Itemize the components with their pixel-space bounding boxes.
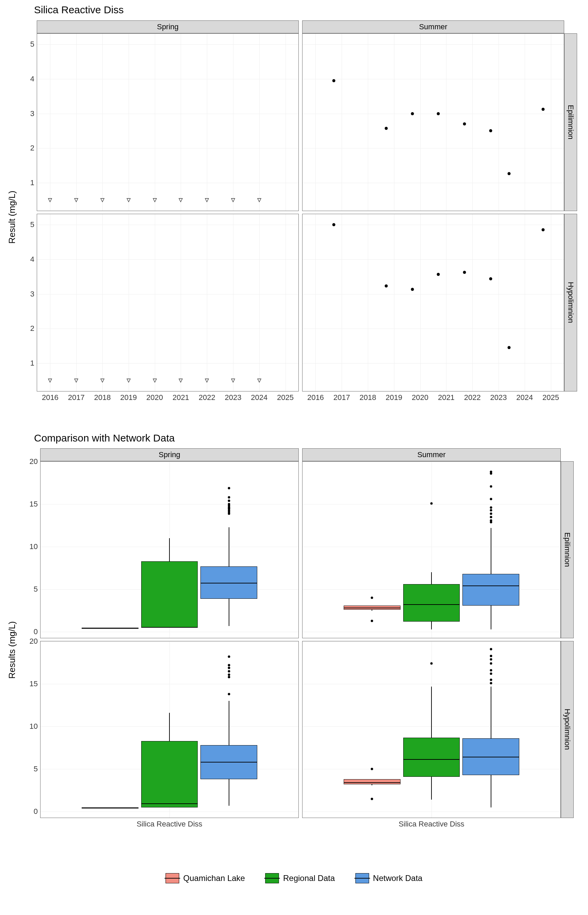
nondetect-marker-icon: [153, 198, 157, 202]
x-tick-label: 2019: [120, 393, 137, 402]
y-axis-label: Results (mg/L): [7, 621, 17, 679]
boxplot-box: [141, 741, 198, 807]
chart-title: Comparison with Network Data: [34, 432, 174, 444]
nondetect-marker-icon: [74, 198, 78, 202]
x-tick-label: 2019: [386, 393, 402, 402]
x-tick-label: 2022: [464, 393, 481, 402]
col-facet-spring-strip: Spring: [40, 448, 299, 461]
outlier-point: [228, 503, 230, 506]
outlier-point: [371, 619, 373, 622]
outlier-point: [489, 682, 492, 684]
y-tick-label: 20: [30, 637, 38, 646]
y-tick-label: 5: [30, 220, 34, 229]
data-point: [541, 108, 544, 111]
outlier-point: [228, 500, 230, 502]
row-facet-epilimnion-strip: Epilimnion: [561, 461, 574, 638]
nondetect-marker-icon: [100, 198, 105, 202]
boxplot-box: [462, 738, 519, 775]
legend-swatch: [355, 873, 369, 883]
legend-swatch: [265, 873, 279, 883]
y-tick-label: 15: [30, 500, 38, 509]
data-point: [384, 127, 388, 130]
x-category-label: Silica Reactive Diss: [399, 820, 464, 829]
x-tick-label: 2021: [438, 393, 455, 402]
outlier-point: [489, 498, 492, 500]
x-tick-label: 2016: [307, 393, 324, 402]
y-tick-label: 1: [30, 359, 34, 368]
data-point: [463, 271, 466, 274]
data-point: [411, 112, 414, 115]
outlier-point: [489, 485, 492, 487]
y-tick-label: 2: [30, 324, 34, 333]
nondetect-marker-icon: [231, 198, 235, 202]
legend-item: Network Data: [355, 873, 422, 883]
outlier-point: [489, 669, 492, 672]
row-facet-hypolimnion-strip: Hypolimnion: [561, 641, 574, 818]
y-tick-label: 2: [30, 144, 34, 152]
boxplot-box: [141, 561, 198, 628]
legend-swatch: [166, 873, 179, 883]
panel-summer-epilimnion: [302, 461, 561, 638]
svg-marker-2: [101, 199, 104, 202]
y-tick-label: 5: [34, 765, 38, 773]
nondetect-marker-icon: [74, 378, 78, 383]
data-point: [507, 346, 510, 349]
col-facet-summer-strip: Summer: [302, 448, 561, 461]
color-legend: Quamichan Lake Regional Data Network Dat…: [166, 873, 423, 883]
outlier-point: [489, 509, 492, 511]
x-tick-label: 2020: [146, 393, 163, 402]
svg-marker-13: [153, 379, 157, 382]
outlier-point: [489, 658, 492, 660]
data-point: [489, 129, 492, 133]
outlier-point: [489, 678, 492, 681]
nondetect-marker-icon: [153, 378, 157, 383]
svg-marker-5: [179, 199, 183, 202]
outlier-point: [228, 664, 230, 666]
svg-marker-11: [101, 379, 104, 382]
outlier-point: [489, 648, 492, 650]
data-point: [333, 223, 336, 226]
legend-label: Quamichan Lake: [183, 873, 245, 883]
svg-marker-3: [127, 199, 130, 202]
nondetect-marker-icon: [205, 198, 209, 202]
svg-marker-16: [231, 379, 235, 382]
x-tick-label: 2021: [173, 393, 189, 402]
panel-summer-hypolimnion: Silica Reactive Diss: [302, 641, 561, 818]
boxplot-box: [344, 779, 401, 784]
outlier-point: [489, 663, 492, 665]
outlier-point: [228, 487, 230, 489]
outlier-point: [489, 516, 492, 518]
svg-marker-7: [231, 199, 235, 202]
y-tick-label: 0: [34, 627, 38, 636]
outlier-point: [430, 663, 433, 665]
outlier-point: [430, 502, 433, 504]
outlier-point: [489, 506, 492, 509]
y-tick-label: 5: [30, 40, 34, 48]
outlier-point: [228, 496, 230, 499]
legend-label: Network Data: [373, 873, 422, 883]
panel-spring-epilimnion: 05101520: [40, 461, 299, 638]
y-tick-label: 4: [30, 255, 34, 264]
panel-summer-epilimnion: [302, 33, 564, 211]
x-tick-label: 2016: [42, 393, 58, 402]
data-point: [489, 277, 492, 280]
nondetect-marker-icon: [48, 378, 52, 383]
chart-title: Silica Reactive Diss: [34, 4, 124, 16]
outlier-point: [489, 471, 492, 473]
outlier-point: [228, 670, 230, 672]
x-tick-label: 2017: [68, 393, 85, 402]
svg-marker-14: [179, 379, 183, 382]
outlier-point: [371, 797, 373, 800]
legend-item: Quamichan Lake: [166, 873, 245, 883]
legend-item: Regional Data: [265, 873, 335, 883]
nondetect-marker-icon: [127, 198, 131, 202]
outlier-point: [228, 673, 230, 676]
boxplot-box: [82, 807, 139, 808]
nondetect-marker-icon: [127, 378, 131, 383]
x-tick-label: 2025: [543, 393, 559, 402]
y-tick-label: 0: [34, 807, 38, 816]
x-tick-label: 2020: [412, 393, 428, 402]
y-tick-label: 20: [30, 457, 38, 466]
y-tick-label: 1: [30, 178, 34, 187]
x-tick-label: 2025: [277, 393, 294, 402]
